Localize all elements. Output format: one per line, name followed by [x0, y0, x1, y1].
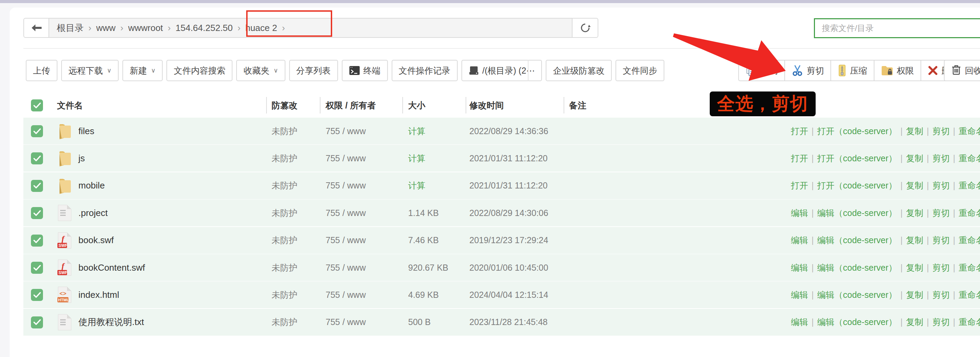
action-button-compress[interactable]: 压缩 [830, 60, 875, 81]
toolbar-button-4[interactable]: 文件内容搜索 [166, 60, 232, 81]
table-row[interactable]: fSWFbook.swf未防护755 / www7.46 KB2019/12/2… [23, 227, 980, 254]
row-action-link[interactable]: 重命名 [959, 234, 980, 246]
calculate-size-link[interactable]: 计算 [408, 118, 425, 145]
breadcrumb-item-1[interactable]: 根目录 [57, 22, 84, 34]
action-divider: | [953, 235, 956, 245]
row-checkbox[interactable] [31, 152, 43, 164]
row-action-link[interactable]: 打开 [791, 126, 808, 137]
toolbar-button-11[interactable]: 文件同步 [616, 60, 664, 81]
row-action-link[interactable]: 编辑（code-server） [817, 289, 897, 301]
column-divider [266, 97, 267, 113]
row-action-link[interactable]: 剪切 [932, 180, 950, 191]
table-row[interactable]: js未防护755 / www计算2021/01/31 11:12:20打开|打开… [23, 145, 980, 172]
row-action-link[interactable]: 重命名 [959, 207, 980, 219]
row-action-link[interactable]: 重命名 [959, 126, 980, 137]
toolbar-button-10[interactable]: 企业级防篡改 [546, 60, 612, 81]
row-action-link[interactable]: 复制 [906, 126, 923, 137]
row-checkbox[interactable] [31, 316, 43, 328]
file-name[interactable]: files [78, 118, 94, 145]
row-checkbox[interactable] [31, 289, 43, 301]
toolbar-button-5[interactable]: 收藏夹∨ [236, 60, 285, 81]
row-action-link[interactable]: 复制 [906, 207, 923, 219]
row-action-link[interactable]: 打开（code-server） [817, 180, 897, 191]
action-button-copy[interactable]: 复制 [738, 60, 785, 81]
table-row[interactable]: files未防护755 / www计算2022/08/29 14:36:36打开… [23, 118, 980, 145]
row-action-link[interactable]: 复制 [906, 153, 923, 164]
back-button[interactable] [23, 18, 49, 38]
toolbar-button-8[interactable]: 文件操作记录 [391, 60, 458, 81]
row-action-link[interactable]: 打开 [791, 180, 808, 191]
table-row[interactable]: .project未防护755 / www1.14 KB2022/08/29 14… [23, 199, 980, 226]
row-action-link[interactable]: 编辑（code-server） [817, 262, 897, 273]
modified-time: 2022/08/29 14:30:06 [469, 199, 548, 226]
toolbar-button-1[interactable]: 上传 [26, 60, 57, 81]
row-action-link[interactable]: 编辑 [791, 316, 808, 328]
row-action-link[interactable]: 重命名 [959, 289, 980, 301]
action-divider: | [953, 317, 956, 327]
column-divider [402, 97, 403, 113]
search-input[interactable] [815, 23, 980, 33]
row-action-link[interactable]: 打开（code-server） [817, 153, 897, 164]
row-action-link[interactable]: 剪切 [932, 289, 950, 301]
table-row[interactable]: fSWFbookContent.swf未防护755 / www920.67 KB… [23, 254, 980, 281]
row-action-link[interactable]: 复制 [906, 289, 923, 301]
table-row[interactable]: mobile未防护755 / www计算2021/01/31 11:12:20打… [23, 172, 980, 199]
breadcrumb-item-5[interactable]: huace 2 [245, 23, 277, 33]
row-action-link[interactable]: 重命名 [959, 153, 980, 164]
file-name[interactable]: mobile [78, 172, 105, 199]
breadcrumb-item-3[interactable]: wwwroot [128, 23, 163, 33]
file-name[interactable]: index.html [78, 281, 119, 308]
action-button-cut[interactable]: 剪切 [784, 60, 831, 81]
calculate-size-link[interactable]: 计算 [408, 145, 425, 172]
row-checkbox[interactable] [31, 234, 43, 247]
row-action-link[interactable]: 打开（code-server） [817, 126, 897, 137]
row-action-link[interactable]: 剪切 [932, 153, 950, 164]
select-all-checkbox[interactable] [31, 99, 43, 112]
row-action-link[interactable]: 编辑（code-server） [817, 316, 897, 328]
row-action-link[interactable]: 复制 [906, 262, 923, 273]
file-name[interactable]: 使用教程说明.txt [78, 309, 144, 336]
row-action-link[interactable]: 剪切 [932, 207, 950, 219]
recycle-bin-button[interactable]: 回收站 [944, 60, 980, 81]
file-name[interactable]: bookContent.swf [78, 254, 145, 281]
row-checkbox[interactable] [31, 180, 43, 192]
row-action-link[interactable]: 复制 [906, 180, 923, 191]
action-button-permission[interactable]: 权限 [874, 60, 921, 81]
breadcrumb-item-2[interactable]: www [96, 23, 116, 33]
row-action-link[interactable]: 编辑 [791, 262, 808, 273]
refresh-button[interactable] [573, 18, 598, 38]
row-action-link[interactable]: 重命名 [959, 262, 980, 273]
row-action-link[interactable]: 剪切 [932, 262, 950, 273]
toolbar-button-9[interactable]: /(根目录) (2⋯ [461, 60, 542, 81]
file-name[interactable]: .project [78, 199, 108, 226]
row-action-link[interactable]: 复制 [906, 316, 923, 328]
row-checkbox[interactable] [31, 262, 43, 274]
breadcrumb-item-4[interactable]: 154.64.252.50 [176, 23, 233, 33]
action-divider: | [900, 263, 903, 273]
row-action-link[interactable]: 剪切 [932, 126, 950, 137]
toolbar-button-2[interactable]: 远程下载∨ [61, 60, 119, 81]
row-checkbox[interactable] [31, 207, 43, 219]
table-row[interactable]: 使用教程说明.txt未防护755 / www500 B2023/11/28 21… [23, 309, 980, 336]
row-checkbox[interactable] [31, 125, 43, 137]
row-action-link[interactable]: 编辑（code-server） [817, 207, 897, 219]
toolbar-button-7[interactable]: 终端 [342, 60, 388, 81]
row-action-link[interactable]: 编辑 [791, 234, 808, 246]
row-action-link[interactable]: 复制 [906, 234, 923, 246]
row-action-link[interactable]: 编辑 [791, 207, 808, 219]
file-name[interactable]: js [78, 145, 85, 172]
row-action-link[interactable]: 重命名 [959, 316, 980, 328]
modified-time: 2021/01/31 11:12:20 [469, 145, 548, 172]
calculate-size-link[interactable]: 计算 [408, 172, 425, 199]
row-action-link[interactable]: 剪切 [932, 234, 950, 246]
toolbar-button-6[interactable]: 分享列表 [289, 60, 338, 81]
row-action-link[interactable]: 剪切 [932, 316, 950, 328]
row-action-link[interactable]: 重命名 [959, 180, 980, 191]
file-name[interactable]: book.swf [78, 227, 114, 254]
toolbar-button-3[interactable]: 新建∨ [123, 60, 163, 81]
row-action-link[interactable]: 编辑 [791, 289, 808, 301]
row-action-link[interactable]: 打开 [791, 153, 808, 164]
table-row[interactable]: <>HTMLindex.html未防护755 / www4.69 KB2024/… [23, 281, 980, 308]
copy-icon [746, 65, 757, 76]
row-action-link[interactable]: 编辑（code-server） [817, 234, 897, 246]
